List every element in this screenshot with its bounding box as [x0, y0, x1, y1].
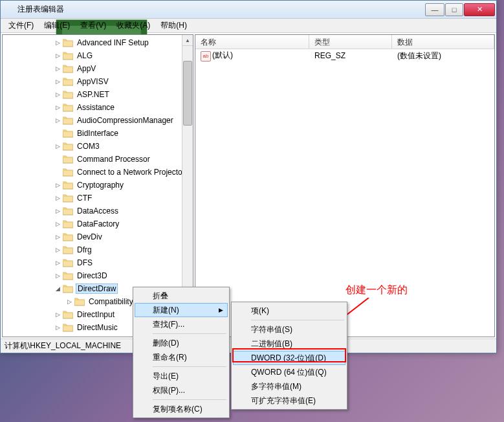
- folder-icon: [63, 219, 73, 228]
- value-name: ab(默认): [195, 50, 309, 61]
- folder-icon: [63, 38, 73, 47]
- ctx-new-label: 新建(N): [153, 305, 179, 316]
- tree-item[interactable]: ▷Direct3D: [3, 269, 193, 282]
- ctx-permissions[interactable]: 权限(P)...: [135, 383, 228, 397]
- tree-item[interactable]: ▷DevDiv: [3, 230, 193, 243]
- tree-item[interactable]: ▷ASP.NET: [3, 88, 193, 101]
- expander-icon[interactable]: ▷: [54, 117, 61, 124]
- tree-item[interactable]: ▷AppV: [3, 62, 193, 75]
- tree-item[interactable]: ▷Dfrg: [3, 243, 193, 256]
- context-menu: 折叠 新建(N) ▶ 查找(F)... 删除(D) 重命名(R) 导出(E) 权…: [133, 287, 230, 418]
- col-header-data[interactable]: 数据: [392, 35, 494, 49]
- tree-item[interactable]: BidInterface: [3, 127, 193, 140]
- submenu-multi-string[interactable]: 多字符串值(M): [233, 379, 345, 394]
- menu-file[interactable]: 文件(F): [3, 19, 39, 32]
- values-pane: 名称 类型 数据 ab(默认)REG_SZ(数值未设置): [195, 34, 495, 337]
- col-header-name[interactable]: 名称: [195, 35, 309, 49]
- expander-icon[interactable]: ▷: [54, 221, 61, 228]
- tree-label: DirectMusic: [76, 322, 119, 333]
- folder-icon: [63, 155, 73, 164]
- content-area: ▷Advanced INF Setup▷ALG▷AppV▷AppVISV▷ASP…: [1, 33, 496, 339]
- submenu-key[interactable]: 项(K): [233, 304, 345, 318]
- submenu-arrow-icon: ▶: [219, 307, 223, 313]
- ctx-rename[interactable]: 重命名(R): [135, 350, 228, 364]
- ctx-new[interactable]: 新建(N) ▶: [135, 303, 228, 317]
- value-row[interactable]: ab(默认)REG_SZ(数值未设置): [195, 49, 494, 62]
- expander-icon[interactable]: [54, 169, 61, 176]
- submenu-string[interactable]: 字符串值(S): [233, 322, 345, 337]
- expander-icon[interactable]: ◢: [54, 285, 61, 293]
- maximize-button[interactable]: □: [445, 3, 463, 16]
- ctx-export[interactable]: 导出(E): [135, 369, 228, 383]
- tree-item[interactable]: ▷Advanced INF Setup: [3, 36, 193, 49]
- expander-icon[interactable]: [54, 130, 61, 137]
- tree-item[interactable]: ▷AudioCompressionManager: [3, 114, 193, 127]
- tree-item[interactable]: ▷CTF: [3, 192, 193, 205]
- folder-icon: [63, 194, 73, 203]
- tree-label: Direct3D: [76, 271, 109, 281]
- expander-icon[interactable]: ▷: [54, 311, 61, 318]
- menu-view[interactable]: 查看(V): [75, 19, 111, 32]
- value-type: REG_SZ: [309, 51, 392, 60]
- expander-icon[interactable]: ▷: [54, 78, 61, 85]
- ctx-delete[interactable]: 删除(D): [135, 336, 228, 350]
- tree-label: AppV: [76, 63, 97, 74]
- tree-item[interactable]: ▷COM3: [3, 140, 193, 153]
- expander-icon[interactable]: ▷: [54, 234, 61, 241]
- expander-icon[interactable]: ▷: [54, 247, 61, 254]
- ctx-copy-key-name[interactable]: 复制项名称(C): [135, 402, 228, 416]
- expander-icon[interactable]: ▷: [54, 65, 61, 72]
- expander-icon[interactable]: ▷: [54, 260, 61, 267]
- tree-item[interactable]: ▷ALG: [3, 49, 193, 62]
- expander-icon[interactable]: ▷: [54, 272, 61, 280]
- close-button[interactable]: ✕: [464, 3, 495, 16]
- minimize-button[interactable]: —: [425, 3, 444, 16]
- tree-label: Compatibility: [87, 296, 135, 307]
- col-header-type[interactable]: 类型: [309, 35, 392, 49]
- list-header: 名称 类型 数据: [195, 35, 494, 49]
- expander-icon[interactable]: ▷: [54, 182, 61, 189]
- tree-label: DirectInput: [76, 309, 116, 320]
- expander-icon[interactable]: ▷: [54, 39, 61, 47]
- menu-favorites[interactable]: 收藏夹(A): [111, 19, 155, 32]
- values-list[interactable]: ab(默认)REG_SZ(数值未设置): [195, 49, 494, 62]
- ctx-find[interactable]: 查找(F)...: [135, 317, 228, 331]
- tree-item[interactable]: ▷Cryptography: [3, 179, 193, 192]
- expander-icon[interactable]: ▷: [54, 143, 61, 150]
- tree-item[interactable]: ▷AppVISV: [3, 75, 193, 88]
- expander-icon[interactable]: [54, 156, 61, 163]
- tree-item[interactable]: ▷DFS: [3, 256, 193, 269]
- submenu-dword[interactable]: DWORD (32-位)值(D): [233, 351, 345, 365]
- scroll-thumb[interactable]: [183, 61, 192, 126]
- expander-icon[interactable]: ▷: [54, 195, 61, 202]
- tree-item[interactable]: ▷Assistance: [3, 101, 193, 114]
- tree-label: CTF: [76, 193, 93, 203]
- folder-icon: [63, 310, 73, 319]
- titlebar[interactable]: 注册表编辑器 — □ ✕: [1, 1, 496, 19]
- submenu-binary[interactable]: 二进制值(B): [233, 337, 345, 351]
- tree-item[interactable]: Command Processor: [3, 153, 193, 166]
- menu-help[interactable]: 帮助(H): [155, 19, 192, 32]
- expander-icon[interactable]: ▷: [54, 91, 61, 98]
- submenu-qword[interactable]: QWORD (64 位)值(Q): [233, 365, 345, 379]
- tree-label: Advanced INF Setup: [76, 38, 150, 48]
- tree-label: DevDiv: [76, 232, 104, 242]
- folder-icon: [63, 181, 73, 190]
- folder-icon: [63, 284, 73, 293]
- folder-icon: [63, 77, 73, 86]
- folder-icon: [63, 258, 73, 267]
- tree-label: DataAccess: [76, 206, 120, 216]
- menu-edit[interactable]: 编辑(E): [39, 19, 75, 32]
- tree-item[interactable]: Connect to a Network Projector: [3, 166, 193, 179]
- expander-icon[interactable]: ▷: [54, 104, 61, 111]
- expander-icon[interactable]: ▷: [54, 208, 61, 215]
- scroll-up-button[interactable]: ▲: [182, 35, 193, 46]
- expander-icon[interactable]: ▷: [54, 324, 61, 331]
- ctx-collapse[interactable]: 折叠: [135, 289, 228, 303]
- tree-item[interactable]: ▷DataAccess: [3, 205, 193, 217]
- tree-item[interactable]: ▷DataFactory: [3, 217, 193, 230]
- expander-icon[interactable]: ▷: [54, 52, 61, 60]
- submenu-expand-string[interactable]: 可扩充字符串值(E): [233, 394, 345, 408]
- tree-label: Dfrg: [76, 245, 93, 255]
- expander-icon[interactable]: ▷: [66, 298, 73, 305]
